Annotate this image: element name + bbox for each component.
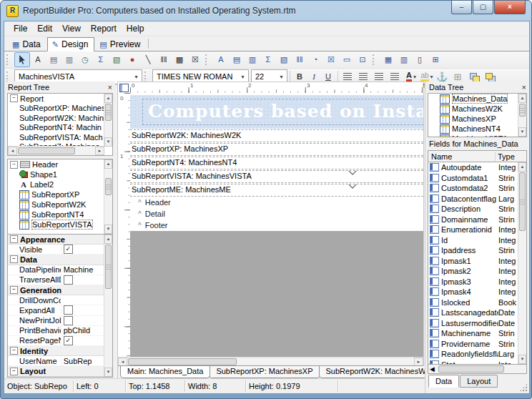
dbimage-tool-icon[interactable]: ▧ <box>276 52 292 67</box>
barcode-2d-tool-icon[interactable]: ▩ <box>172 52 187 67</box>
tree-node-header-band[interactable]: − Header <box>8 159 112 169</box>
property-row[interactable]: − Visible ✓ <box>8 245 112 255</box>
field-row[interactable]: Islocked Book <box>428 297 526 308</box>
close-icon[interactable]: × <box>108 84 112 91</box>
property-row[interactable]: − ResetPageNo ✓ <box>8 336 112 346</box>
subreport-band[interactable]: SubReportW2K: MachinesW2K <box>130 129 423 142</box>
property-row[interactable]: − Appearance <box>8 235 112 245</box>
property-checkbox[interactable] <box>64 316 73 325</box>
property-row[interactable]: − Data <box>8 255 112 265</box>
band-marker[interactable]: ^ Footer <box>130 220 423 231</box>
menu-item[interactable]: Help <box>122 22 149 35</box>
maximize-button[interactable]: ▢ <box>473 1 493 14</box>
subreport-band[interactable]: SubReportME: MachinesME <box>130 184 423 197</box>
tree-node-subreport[interactable]: SubReportNT4: Machin <box>8 123 112 133</box>
toolbar-grip[interactable] <box>6 54 11 65</box>
line-tool-icon[interactable]: ╲ <box>140 52 156 67</box>
scroll-down-arrow[interactable]: ▼ <box>104 368 112 377</box>
close-button[interactable]: × <box>494 1 526 14</box>
field-row[interactable]: Ipmask2 Integ <box>428 266 526 277</box>
data-tree-node[interactable]: MachinesW2K <box>428 104 526 114</box>
data-tree-vscrollbar[interactable]: ▲▼ <box>518 94 526 137</box>
minimize-button[interactable]: – <box>451 1 472 14</box>
title-band[interactable]: Computers based on Installed Operating <box>130 95 423 129</box>
system-variable-tool-icon[interactable]: ◷ <box>77 52 93 67</box>
tree-node-object[interactable]: A Label2 <box>8 179 112 189</box>
close-icon[interactable]: × <box>522 84 526 91</box>
crosstab-icon[interactable]: ⊞ <box>428 52 443 67</box>
tree-node-report[interactable]: − Report <box>8 94 112 104</box>
property-checkbox[interactable] <box>64 305 73 315</box>
toolbar-grip[interactable] <box>373 54 378 65</box>
groups-icon[interactable]: ▦ <box>380 52 396 67</box>
field-row[interactable]: Id Integ <box>428 235 526 246</box>
data-tree-node[interactable]: MachinesVISTA <box>428 134 526 137</box>
tree-node-object[interactable]: Shape1 <box>8 169 112 179</box>
dbtext-tool-icon[interactable]: A <box>213 52 229 67</box>
field-row[interactable]: Enumerationid Integ <box>428 225 526 235</box>
designer-tab[interactable]: Main: Machines_Data <box>120 366 210 378</box>
panel-tab[interactable]: Data <box>428 375 459 388</box>
property-row[interactable]: − Generation <box>8 285 112 295</box>
property-row[interactable]: − PrintBehavior pbChild <box>8 326 112 336</box>
collapse-icon[interactable]: − <box>10 368 18 375</box>
tab-design[interactable]: ✎ Design <box>47 37 95 51</box>
property-row[interactable]: − Identity <box>8 346 112 356</box>
report-title-label[interactable]: Computers based on Installed Operating <box>142 99 423 125</box>
field-row[interactable]: Customdata2 Strin <box>428 183 526 194</box>
property-row[interactable]: − DrillDownCompone <box>8 295 112 305</box>
field-row[interactable]: Providername Strin <box>428 339 526 350</box>
field-row[interactable]: Ipmask1 Integ <box>428 256 526 267</box>
field-row[interactable]: Readonlyfieldsflag Larg <box>428 349 526 360</box>
fields-column-header[interactable]: Name Type <box>428 150 527 162</box>
subreport-band[interactable]: SubReportVISTA: MachinesVISTA <box>130 170 423 183</box>
property-row[interactable]: − ExpandAll <box>8 305 112 315</box>
menu-item[interactable]: File <box>9 22 32 35</box>
tree-node-object[interactable]: SubReportXP <box>8 189 112 200</box>
field-row[interactable]: Lastusermodified Date <box>428 318 526 329</box>
select-tool-icon[interactable] <box>14 52 30 67</box>
property-value[interactable]: Machine <box>64 265 94 274</box>
collapse-icon[interactable]: − <box>10 347 18 355</box>
data-tree-node[interactable]: MachinesNT4 <box>428 124 526 134</box>
scroll-down-arrow[interactable]: ▼ <box>518 127 526 137</box>
report-tree-hscrollbar[interactable]: ◄► <box>8 146 104 155</box>
collapse-icon[interactable]: − <box>10 255 18 263</box>
subreport-tool-icon[interactable]: ⊡ <box>355 52 370 67</box>
data-tree-node[interactable]: Machines_Data <box>428 94 526 104</box>
field-row[interactable]: Ipmask3 Integ <box>428 277 526 287</box>
property-value[interactable]: SubRep <box>64 357 92 365</box>
scroll-up-arrow[interactable]: ▲ <box>518 162 526 172</box>
object-tree-vscrollbar[interactable]: ▲▼ <box>104 159 112 234</box>
image-tool-icon[interactable]: ▧ <box>109 52 124 67</box>
tab-data[interactable]: ▦ Data <box>7 37 47 51</box>
subreport-band[interactable]: SubReportNT4: MachinesNT4 <box>130 157 423 169</box>
property-row[interactable]: − NewPrintJob <box>8 316 112 326</box>
property-checkbox[interactable]: ✓ <box>64 245 73 254</box>
property-checkbox[interactable] <box>64 275 73 285</box>
property-value[interactable]: pbChild <box>64 326 90 335</box>
band-marker[interactable]: ^ Detail <box>130 208 423 220</box>
tree-node-object[interactable]: SubReportW2K <box>8 200 112 210</box>
richtext-tool-icon[interactable]: ▥ <box>61 52 77 67</box>
property-value[interactable]: 0.1979 <box>64 377 88 378</box>
label-tool-icon[interactable]: A <box>30 52 46 67</box>
field-row[interactable]: Description Strin <box>428 204 526 215</box>
field-row[interactable]: Customdata1 Strin <box>428 173 526 184</box>
tree-node-object[interactable]: SubReportVISTA <box>8 220 112 230</box>
dbcheckbox-tool-icon[interactable]: ☒ <box>323 52 339 67</box>
menu-item[interactable]: Edit <box>32 22 57 35</box>
column-type[interactable]: Type <box>496 152 526 161</box>
barcode-tool-icon[interactable]: ‖‖ <box>156 52 172 67</box>
property-vscrollbar[interactable]: ▲▼ <box>104 235 112 377</box>
toolbar-grip[interactable] <box>205 54 210 65</box>
designer-tab[interactable]: SubReportW2K: MachinesW2K <box>319 366 443 378</box>
tree-node-object[interactable]: SubReportNT4 <box>8 210 112 220</box>
memo-tool-icon[interactable]: ▤ <box>46 52 61 67</box>
tree-node-subreport[interactable]: SubReportVISTA: Mach <box>8 132 112 142</box>
property-row[interactable]: − Height 0.1979 <box>8 377 112 378</box>
property-row[interactable]: − UserName SubRep <box>8 356 112 366</box>
selection-handle[interactable] <box>348 184 356 189</box>
scroll-down-arrow[interactable]: ▼ <box>104 225 112 234</box>
field-row[interactable]: Machinename Strin <box>428 328 526 339</box>
